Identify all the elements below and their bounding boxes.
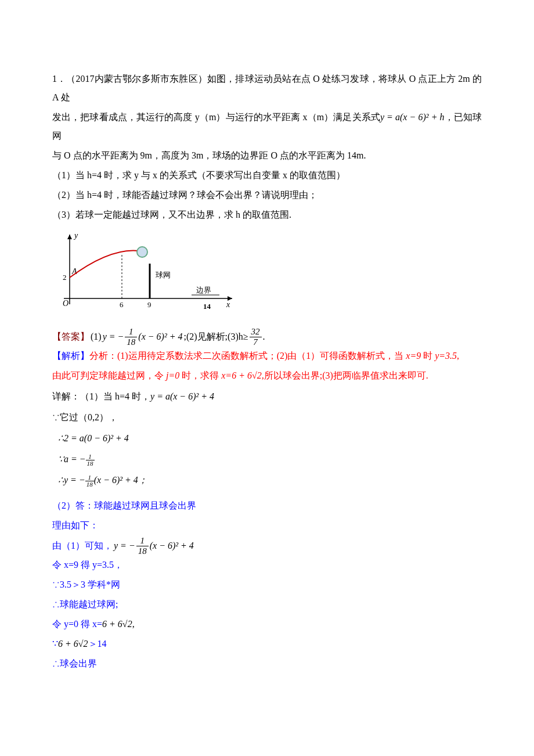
analysis-line-2: 由此可判定球能越过网，令 j=0 时，求得 x=6 + 6√2,所以球会出界;(… xyxy=(52,366,482,385)
fraction-1-18: 1 18 xyxy=(125,327,137,347)
solution-reason: 理由如下： xyxy=(52,516,482,535)
s1-formula: y = a(x − 6)² + 4 xyxy=(150,391,214,401)
analysis-j0: j=0 xyxy=(166,370,179,380)
fraction-1-18-b: 118 xyxy=(86,453,95,467)
since2-val: 6 + 6√2 xyxy=(58,639,88,649)
let2-y: y=0 xyxy=(64,619,78,629)
fraction-1-18-c: 118 xyxy=(85,474,94,488)
trajectory-diagram: y x O 2 A 6 9 球网 边界 14 xyxy=(52,229,482,322)
problem-line-2: 发出，把球看成点，其运行的高度 y（m）与运行的水平距离 x（m）满足关系式y … xyxy=(52,108,482,145)
problem-line-3: 与 O 点的水平距离为 9m，高度为 3m，球场的边界距 O 点的水平距离为 1… xyxy=(52,146,482,165)
by1-rhs: (x − 6)² + 4 xyxy=(150,537,194,555)
tick-14: 14 xyxy=(203,302,211,311)
answer-line: 【答案】 (1) y = − 1 18 (x − 6)² + 4 ;(2)见解析… xyxy=(52,327,482,347)
solution-since1: ∵3.5＞3 学科*网 xyxy=(52,575,482,594)
analysis-text-pre: 分析：(1)运用待定系数法求二次函数解析式；(2)由（1）可得函数解析式，当 xyxy=(89,351,406,361)
let2-pre: 令 xyxy=(52,619,64,629)
fraction-32-7: 32 7 xyxy=(250,327,262,347)
answer-label: 【答案】 xyxy=(52,327,89,346)
solution-by1: 由（1）可知， y = − 1 18 (x − 6)² + 4 xyxy=(52,536,482,556)
s1-pre: （1）当 h=4 时， xyxy=(80,391,150,401)
problem-q2: （2）当 h=4 时，球能否越过球网？球会不会出界？请说明理由； xyxy=(52,186,482,204)
analysis-mid1: 时 xyxy=(421,351,435,361)
answer-part2: ;(2)见解析;(3)h≥ xyxy=(184,327,248,346)
let2-x: x= xyxy=(92,619,102,629)
s5-post: (x − 6)² + 4； xyxy=(94,475,147,485)
tick-6: 6 xyxy=(120,300,124,309)
net-label: 球网 xyxy=(156,271,171,279)
answer-part1-pre: (1) xyxy=(91,327,102,346)
by1-pre: 由（1）可知， xyxy=(52,537,113,555)
analysis-label: 【解析】 xyxy=(52,351,89,361)
answer-formula-rhs: (x − 6)² + 4 xyxy=(138,327,182,346)
boundary-label: 边界 xyxy=(196,286,211,294)
s4-pre: ∵a = − xyxy=(58,454,86,464)
since2-post: ＞14 xyxy=(88,639,107,649)
analysis-line-1: 【解析】分析：(1)运用待定系数法求二次函数解析式；(2)由（1）可得函数解析式… xyxy=(52,347,482,365)
problem-line-1: 1．（2017内蒙古鄂尔多斯市东胜区）如图，排球运动员站在点 O 处练习发球，将… xyxy=(52,70,482,107)
solution-s5: ∴y = −118(x − 6)² + 4； xyxy=(58,471,482,489)
analysis-l2-post: 所以球会出界;(3)把两临界值求出来即可. xyxy=(264,370,428,380)
answer-part3-post: . xyxy=(263,327,265,346)
fraction-1-18-d: 1 18 xyxy=(136,536,149,556)
solution-s2: ∵它过（0,2）， xyxy=(52,408,482,427)
x-axis-label: x xyxy=(226,300,230,309)
solution-part2-title: （2）答：球能越过球网且球会出界 xyxy=(52,496,482,515)
origin-label: O xyxy=(63,299,68,308)
solution-since2: ∵6 + 6√2＞14 xyxy=(52,635,482,653)
detail-label: 详解： xyxy=(52,391,80,401)
solution-therefore2: ∴球会出界 xyxy=(52,654,482,673)
solution-therefore1: ∴球能越过球网; xyxy=(52,595,482,614)
analysis-x-val: x=6 + 6√2, xyxy=(221,370,264,380)
problem-formula: y = a(x − 6)² + h xyxy=(380,112,445,122)
problem-q1: （1）当 h=4 时，求 y 与 x 的关系式（不要求写出自变量 x 的取值范围… xyxy=(52,166,482,185)
let2-val: 6 + 6√2, xyxy=(102,619,135,629)
svg-point-4 xyxy=(137,247,147,257)
solution-s3: ∴2 = a(0 − 6)² + 4 xyxy=(58,429,482,448)
solution-let1: 令 x=9 得 y=3.5， xyxy=(52,556,482,574)
answer-formula-lhs: y = − xyxy=(103,327,124,346)
solution-let2: 令 y=0 得 x=6 + 6√2, xyxy=(52,615,482,633)
analysis-l2-mid: 时，求得 xyxy=(179,370,221,380)
since2-pre: ∵ xyxy=(52,639,58,649)
solution-s1: 详解：（1）当 h=4 时，y = a(x − 6)² + 4 xyxy=(52,387,482,406)
tick-2: 2 xyxy=(63,273,67,282)
s5-pre: ∴y = − xyxy=(58,475,85,485)
by1-lhs: y = − xyxy=(114,537,135,555)
tick-9: 9 xyxy=(147,300,151,309)
problem-line-2-pre: 发出，把球看成点，其运行的高度 y（m）与运行的水平距离 x（m）满足关系式 xyxy=(52,112,380,122)
analysis-y35: y=3.5, xyxy=(435,351,459,361)
problem-q3: （3）若球一定能越过球网，又不出边界，求 h 的取值范围. xyxy=(52,206,482,224)
analysis-x9: x=9 xyxy=(406,351,421,361)
svg-marker-3 xyxy=(67,235,72,239)
y-axis-label: y xyxy=(73,231,78,240)
analysis-l2-pre: 由此可判定球能越过网，令 xyxy=(52,370,166,380)
let2-mid: 得 xyxy=(78,619,92,629)
solution-s4: ∵a = −118 xyxy=(58,450,482,469)
